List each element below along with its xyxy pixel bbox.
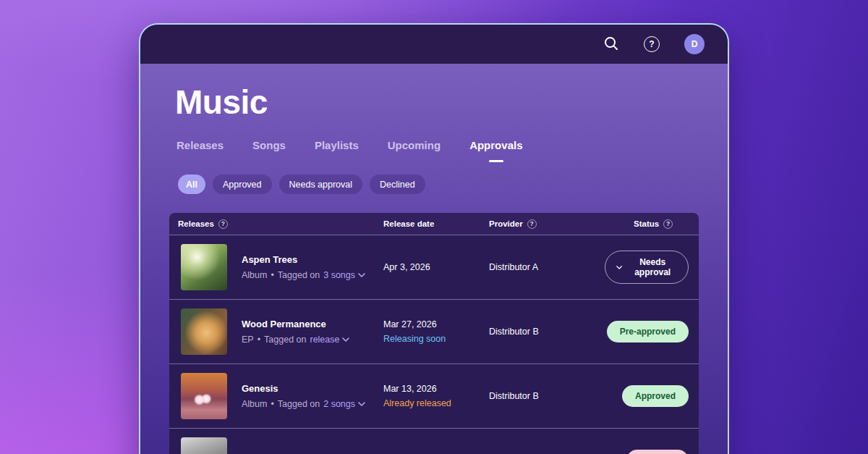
meta-bullet: • (271, 270, 273, 280)
search-button[interactable] (603, 35, 619, 54)
tagged-songs-link-label: 3 songs (323, 270, 355, 280)
tagged-songs-link-label: 2 songs (323, 399, 355, 409)
bread-basket-album-art (181, 308, 227, 355)
status-cell: Approved (605, 385, 699, 407)
status-label: Needs approval (628, 257, 677, 277)
bw-field-album-art (181, 437, 227, 454)
column-header-provider-label: Provider (489, 219, 523, 228)
tab-upcoming[interactable]: Upcoming (388, 139, 441, 151)
release-cell: Aspen Trees Album • Tagged on 3 songs (169, 244, 383, 290)
table-header-row: Releases ? Release date Provider ? Statu… (169, 213, 699, 235)
filter-chip-approved[interactable]: Approved (213, 175, 272, 194)
filter-chip-all[interactable]: All (178, 175, 205, 194)
chevron-down-icon (358, 402, 365, 406)
table-row: Taste of Rain Mar 27, 2026 Licensor A De… (169, 428, 699, 454)
column-header-status: Status ? (605, 219, 699, 229)
tagged-on-text: Tagged on (278, 399, 320, 409)
column-header-release-date-label: Release date (383, 219, 434, 228)
column-header-releases-label: Releases (178, 219, 214, 228)
status-help-icon[interactable]: ? (663, 219, 673, 229)
column-header-release-date: Release date (383, 219, 489, 228)
search-icon (603, 35, 619, 54)
tagged-release-link-label: release (310, 335, 339, 345)
status-cell: Declined (605, 450, 699, 454)
provider-cell: Distributor B (489, 327, 605, 337)
topbar: ? D (140, 25, 728, 64)
release-cell: Wood Permanence EP • Tagged on release (169, 308, 383, 355)
release-title: Aspen Trees (242, 254, 365, 265)
tab-songs[interactable]: Songs (252, 139, 286, 151)
release-meta: Album • Tagged on 2 songs (242, 399, 365, 409)
status-dropdown-button[interactable]: Needs approval (605, 251, 689, 284)
provider-help-icon[interactable]: ? (527, 219, 537, 229)
release-date-cell: Mar 27, 2026 Releasing soon (383, 319, 489, 344)
release-date-cell: Apr 3, 2026 (383, 262, 489, 272)
releases-table: Releases ? Release date Provider ? Statu… (169, 213, 699, 454)
column-header-releases: Releases ? (169, 219, 383, 229)
tagged-songs-link[interactable]: 2 songs (323, 399, 365, 409)
chevron-down-icon (616, 265, 622, 270)
release-cell: Genesis Album • Tagged on 2 songs (169, 373, 383, 419)
release-kind: Album (242, 399, 267, 409)
column-header-provider: Provider ? (489, 219, 605, 229)
release-title: Genesis (242, 383, 365, 394)
tagged-release-link[interactable]: release (310, 335, 349, 345)
help-icon: ? (644, 36, 660, 52)
status-cell: Needs approval (605, 251, 699, 284)
table-row: Genesis Album • Tagged on 2 songs (169, 363, 699, 428)
release-info: Genesis Album • Tagged on 2 songs (242, 383, 365, 409)
page-title: Music (175, 83, 699, 122)
forest-sunlight-album-art (181, 244, 227, 290)
release-date: Mar 13, 2026 (383, 384, 489, 394)
table-row: Wood Permanence EP • Tagged on release (169, 299, 699, 363)
tagged-on-text: Tagged on (264, 335, 306, 345)
table-row: Aspen Trees Album • Tagged on 3 songs (169, 235, 699, 299)
chevron-down-icon (342, 337, 349, 342)
provider-cell: Distributor B (489, 391, 605, 401)
release-kind: Album (242, 270, 267, 280)
main-content: Music Releases Songs Playlists Upcoming … (140, 83, 728, 454)
tab-approvals[interactable]: Approvals (469, 139, 522, 151)
avatar[interactable]: D (684, 34, 705, 54)
release-date-cell: Mar 13, 2026 Already released (383, 384, 489, 408)
already-released-note: Already released (383, 398, 489, 408)
tagged-on-text: Tagged on (278, 270, 320, 280)
releases-help-icon[interactable]: ? (218, 219, 228, 229)
provider-cell: Distributor A (489, 262, 605, 272)
desktop-background: ? D Music Releases Songs Playlists Upcom… (0, 0, 868, 454)
chevron-down-icon (358, 273, 365, 277)
status-badge: Declined (626, 450, 689, 454)
tab-releases[interactable]: Releases (176, 139, 224, 151)
tab-playlists[interactable]: Playlists (315, 139, 359, 151)
releasing-soon-note: Releasing soon (383, 334, 489, 344)
status-cell: Pre-approved (605, 321, 699, 342)
release-info: Aspen Trees Album • Tagged on 3 songs (242, 254, 365, 280)
release-meta: EP • Tagged on release (242, 335, 349, 345)
release-title: Wood Permanence (242, 319, 349, 329)
status-badge: Approved (622, 385, 689, 407)
release-meta: Album • Tagged on 3 songs (242, 270, 365, 280)
filter-chip-declined[interactable]: Declined (370, 175, 425, 194)
status-badge: Pre-approved (607, 321, 689, 342)
release-date: Apr 3, 2026 (383, 262, 489, 272)
release-date: Mar 27, 2026 (383, 319, 489, 329)
meta-bullet: • (271, 399, 273, 409)
help-button[interactable]: ? (644, 36, 660, 52)
filter-chip-needs-approval[interactable]: Needs approval (279, 175, 363, 194)
release-kind: EP (242, 335, 254, 345)
column-header-status-label: Status (634, 219, 659, 228)
meta-bullet: • (258, 335, 260, 345)
release-info: Wood Permanence EP • Tagged on release (242, 319, 349, 345)
release-cell: Taste of Rain (169, 437, 383, 454)
tagged-songs-link[interactable]: 3 songs (323, 270, 365, 280)
tab-bar: Releases Songs Playlists Upcoming Approv… (176, 139, 699, 151)
birds-sunset-album-art (181, 373, 227, 419)
filter-chip-bar: All Approved Needs approval Declined (178, 175, 699, 194)
app-window: ? D Music Releases Songs Playlists Upcom… (139, 23, 729, 454)
